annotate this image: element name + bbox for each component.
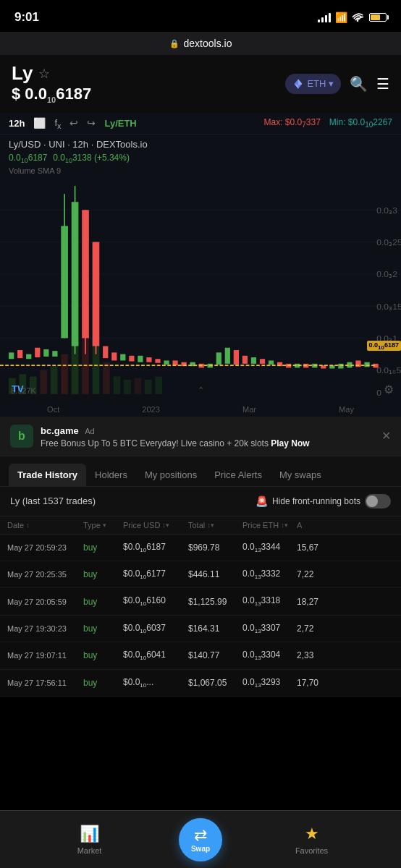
bot-filter-label: Hide front-running bots <box>272 496 360 506</box>
x-label-mar: Mar <box>242 405 256 414</box>
trade-type: buy <box>83 678 123 688</box>
col-header-date[interactable]: Date ↕ <box>7 521 83 529</box>
svg-rect-36 <box>35 347 40 357</box>
svg-rect-47 <box>172 360 177 365</box>
favorites-icon: ★ <box>305 825 319 843</box>
col-header-amount: A <box>297 521 333 529</box>
table-row[interactable]: May 27 17:56:11 buy $0.010... $1,067.05 … <box>0 670 401 697</box>
svg-text:0: 0 <box>376 388 381 396</box>
svg-rect-15 <box>61 354 68 393</box>
svg-rect-26 <box>61 226 68 338</box>
trade-amount: 7,22 <box>297 569 333 579</box>
svg-rect-45 <box>155 359 160 363</box>
chart-toolbar: 12h ⬜ fx ↩ ↪ Ly/ETH Max: $0.07337 Min: $… <box>0 113 401 135</box>
tab-my-positions[interactable]: My positions <box>136 464 206 486</box>
header-actions: ETH ▾ 🔍 ☰ <box>285 74 389 94</box>
search-button[interactable]: 🔍 <box>350 75 368 93</box>
token-price-display: $ 0.0106187 <box>12 85 91 106</box>
ad-close-button[interactable]: ✕ <box>381 429 391 443</box>
svg-rect-24 <box>155 376 162 393</box>
svg-rect-58 <box>269 360 274 365</box>
ad-site-name[interactable]: bc.game <box>41 425 79 436</box>
svg-rect-30 <box>82 210 89 338</box>
trade-price-usd: $0.0106041 <box>123 650 188 661</box>
tab-my-swaps[interactable]: My swaps <box>271 464 330 486</box>
nav-swap[interactable]: ⇄ Swap <box>179 818 222 861</box>
indicators-icon[interactable]: fx <box>54 117 61 130</box>
token-name-row: Ly ☆ <box>12 62 91 85</box>
chart-x-axis: Oct 2023 Mar May <box>0 402 401 417</box>
bot-filter-toggle[interactable] <box>365 494 391 509</box>
redo-icon[interactable]: ↪ <box>87 117 96 129</box>
trade-total: $140.77 <box>188 650 242 660</box>
svg-rect-53 <box>225 347 230 363</box>
trade-price-usd: $0.010... <box>123 677 188 689</box>
token-info: Ly ☆ $ 0.0106187 <box>12 62 91 106</box>
chart-period[interactable]: 12h <box>9 118 25 129</box>
trade-filter-token: Ly (last 1537 trades) <box>10 495 96 506</box>
svg-rect-40 <box>111 352 117 360</box>
chart-pair-title: Ly/USD · UNI · 12h · DEXTools.io <box>9 139 148 150</box>
chart-current-price: 0.0106187 <box>9 153 50 163</box>
svg-text:0.0₃2: 0.0₃2 <box>376 270 397 278</box>
trade-price-eth: 0.0133318 <box>242 595 297 607</box>
current-price-badge: 0.0106187 <box>367 341 401 352</box>
tab-price-alerts[interactable]: Price Alerts <box>206 464 271 486</box>
swap-label: Swap <box>191 845 210 853</box>
browser-url[interactable]: dextools.io <box>184 38 232 49</box>
eth-network-badge[interactable]: ETH ▾ <box>285 74 341 94</box>
col-header-price-usd[interactable]: Price USD ↕▾ <box>123 521 188 529</box>
table-row[interactable]: May 27 20:59:23 buy $0.0106187 $969.78 0… <box>0 535 401 561</box>
trade-date: May 27 19:07:11 <box>7 651 83 660</box>
table-row[interactable]: May 27 19:30:23 buy $0.0106037 $164.31 0… <box>0 616 401 642</box>
undo-icon[interactable]: ↩ <box>69 117 78 129</box>
svg-rect-38 <box>52 351 57 357</box>
tab-holders[interactable]: Holders <box>86 464 136 486</box>
chart-settings-icon[interactable]: ⚙ <box>384 383 394 396</box>
svg-point-0 <box>357 20 359 22</box>
chart-info-row: Ly/USD · UNI · 12h · DEXTools.io 0.01061… <box>0 135 401 177</box>
x-label-oct: Oct <box>47 405 59 414</box>
tab-trade-history[interactable]: Trade History <box>9 464 86 486</box>
volume-label: Volume SMA 9 <box>9 166 392 175</box>
table-row[interactable]: May 27 20:05:59 buy $0.0106160 $1,125.99… <box>0 588 401 615</box>
svg-rect-66 <box>338 363 343 368</box>
svg-text:0.0₃15: 0.0₃15 <box>376 302 401 310</box>
col-header-total[interactable]: Total ↕▾ <box>188 521 242 529</box>
battery-icon <box>369 13 387 22</box>
trade-total: $969.78 <box>188 542 242 553</box>
toggle-knob <box>366 495 378 507</box>
menu-button[interactable]: ☰ <box>376 75 389 93</box>
ad-cta[interactable]: Play Now <box>271 438 309 448</box>
market-icon: 📊 <box>80 825 99 843</box>
candle-type-icon[interactable]: ⬜ <box>33 117 46 129</box>
svg-rect-32 <box>93 242 100 346</box>
trade-amount: 2,72 <box>297 624 333 634</box>
chart-collapse-handle[interactable]: ⌃ <box>198 386 204 395</box>
svg-rect-19 <box>103 362 110 393</box>
table-row[interactable]: May 27 20:25:35 buy $0.0106177 $446.11 0… <box>0 561 401 588</box>
status-icons: 📶 <box>318 12 387 23</box>
svg-rect-34 <box>17 350 22 358</box>
trade-type: buy <box>83 650 123 660</box>
nav-market[interactable]: 📊 Market <box>0 825 179 855</box>
trade-date: May 27 19:30:23 <box>7 624 83 633</box>
status-time: 9:01 <box>14 10 39 25</box>
price-usd-sort-icon: ↕▾ <box>162 522 169 529</box>
swap-button[interactable]: ⇄ Swap <box>179 818 222 861</box>
table-row[interactable]: May 27 19:07:11 buy $0.0106041 $140.77 0… <box>0 642 401 669</box>
nav-favorites[interactable]: ★ Favorites <box>222 825 401 855</box>
col-header-type[interactable]: Type ▾ <box>83 521 123 529</box>
col-header-price-eth[interactable]: Price ETH ↕▾ <box>242 521 297 529</box>
trade-price-eth: 0.0133307 <box>242 623 297 634</box>
price-eth-sort-icon: ↕▾ <box>281 522 288 529</box>
ad-logo: b <box>10 425 33 448</box>
trade-type: buy <box>83 624 123 634</box>
favorites-label: Favorites <box>295 846 328 855</box>
ad-label: Ad <box>85 427 94 435</box>
trade-type: buy <box>83 542 123 553</box>
favorite-icon[interactable]: ☆ <box>38 66 50 82</box>
price-chart[interactable]: 0.0₃3 0.0₃25 0.0₃2 0.0₃15 0.0₃1 0.0₁₀5 0… <box>0 178 401 402</box>
svg-rect-52 <box>216 352 221 365</box>
type-sort-icon: ▾ <box>103 522 106 529</box>
